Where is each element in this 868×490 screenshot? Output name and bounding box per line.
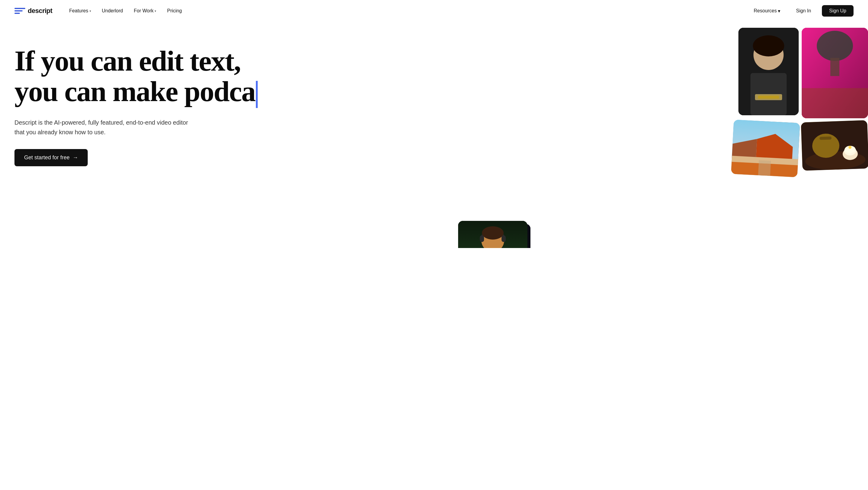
svg-point-7 bbox=[753, 35, 784, 56]
svg-rect-14 bbox=[819, 136, 832, 140]
sign-up-button[interactable]: Sign Up bbox=[822, 5, 854, 17]
logo-link[interactable]: descript bbox=[14, 7, 53, 15]
text-cursor bbox=[256, 81, 258, 108]
nav-links: Features ▾ Underlord For Work ▾ Pricing bbox=[64, 6, 749, 16]
nav-right: Resources ▾ Sign In Sign Up bbox=[749, 5, 854, 17]
svg-point-2 bbox=[817, 31, 853, 61]
nav-underlord[interactable]: Underlord bbox=[97, 6, 128, 16]
logo-bar-1 bbox=[14, 8, 25, 9]
cta-arrow-icon: → bbox=[73, 154, 78, 161]
svg-rect-44 bbox=[501, 235, 506, 242]
headline-line1: If you can edit text, bbox=[14, 45, 241, 77]
for-work-chevron-icon: ▾ bbox=[155, 9, 156, 13]
nav-features[interactable]: Features ▾ bbox=[64, 6, 96, 16]
hero-content: If you can edit text, you can make podca… bbox=[14, 46, 304, 166]
svg-rect-4 bbox=[802, 88, 868, 118]
photo-card-desert bbox=[731, 119, 800, 177]
headline-line2: you can make podca bbox=[14, 75, 255, 108]
photo-card-person bbox=[738, 28, 799, 115]
logo-bar-2 bbox=[14, 10, 23, 11]
video-thumbnails-row bbox=[458, 221, 730, 248]
video-thumb-3 bbox=[458, 221, 527, 248]
resources-chevron-icon: ▾ bbox=[778, 8, 780, 14]
logo-icon bbox=[14, 7, 25, 15]
logo-bar-3 bbox=[14, 13, 20, 14]
photo-card-food bbox=[801, 120, 868, 171]
hero-subtitle: Descript is the AI-powered, fully featur… bbox=[14, 118, 195, 137]
svg-point-45 bbox=[482, 226, 504, 239]
nav-for-work[interactable]: For Work ▾ bbox=[129, 6, 161, 16]
hero-image-collage bbox=[633, 22, 868, 248]
logo-text: descript bbox=[28, 7, 53, 15]
svg-rect-43 bbox=[480, 235, 484, 242]
photo-card-pink bbox=[802, 28, 868, 118]
hero-section: If you can edit text, you can make podca… bbox=[0, 22, 868, 248]
cta-label: Get started for free bbox=[24, 154, 70, 161]
navbar: descript Features ▾ Underlord For Work ▾… bbox=[0, 0, 868, 22]
hero-headline: If you can edit text, you can make podca bbox=[14, 46, 304, 108]
cta-button[interactable]: Get started for free → bbox=[14, 149, 88, 166]
features-chevron-icon: ▾ bbox=[90, 9, 91, 13]
svg-rect-25 bbox=[758, 160, 771, 176]
nav-resources[interactable]: Resources ▾ bbox=[749, 6, 785, 16]
sign-in-button[interactable]: Sign In bbox=[790, 6, 817, 16]
svg-rect-10 bbox=[758, 96, 779, 99]
nav-pricing[interactable]: Pricing bbox=[162, 6, 187, 16]
svg-rect-3 bbox=[830, 58, 839, 76]
